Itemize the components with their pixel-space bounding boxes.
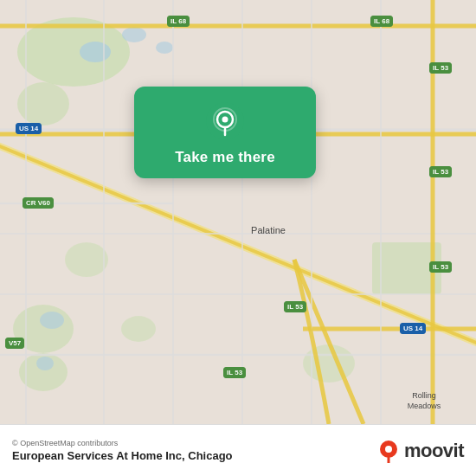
road-badge-il53-mid: IL 53 <box>429 166 452 177</box>
svg-point-12 <box>40 312 64 329</box>
road-badge-il53-bottom: IL 53 <box>223 367 246 378</box>
road-badge-us14-right: US 14 <box>400 323 426 334</box>
map-place-label: Palatine <box>251 225 286 235</box>
road-badge-us14-left: US 14 <box>16 123 42 134</box>
road-badge-il53-inner: IL 53 <box>284 301 306 312</box>
road-badge-il53-lower: IL 53 <box>429 261 452 273</box>
svg-text:Meadows: Meadows <box>408 402 441 410</box>
moovit-pin-icon <box>376 439 401 463</box>
road-badge-il68-right: IL 68 <box>370 16 393 27</box>
road-badge-il68-left: IL 68 <box>167 16 190 27</box>
take-me-there-button[interactable]: Take me there <box>175 149 275 166</box>
svg-text:Rolling: Rolling <box>412 391 436 400</box>
svg-point-36 <box>222 117 228 123</box>
location-pin-icon <box>206 102 244 140</box>
map-container: Palatine Rolling Meadows IL 68 IL 68 IL … <box>0 0 476 424</box>
svg-point-11 <box>156 42 173 54</box>
svg-point-10 <box>122 27 146 42</box>
road-badge-il53-top: IL 53 <box>429 62 452 74</box>
place-name: European Services At Home Inc, Chicago <box>12 449 233 462</box>
svg-point-7 <box>121 316 156 342</box>
attribution-text: © OpenStreetMap contributors <box>12 439 233 447</box>
moovit-brand-text: moovit <box>404 440 464 462</box>
action-card: Take me there <box>134 87 316 178</box>
bottom-bar: © OpenStreetMap contributors European Se… <box>0 424 476 476</box>
svg-point-39 <box>385 446 392 453</box>
svg-point-13 <box>36 357 54 370</box>
svg-point-9 <box>80 42 111 62</box>
svg-point-6 <box>65 242 108 277</box>
road-badge-v57: V57 <box>5 338 24 349</box>
road-badge-crv60: CR V60 <box>23 197 54 209</box>
bottom-info: © OpenStreetMap contributors European Se… <box>12 439 233 462</box>
moovit-logo: moovit <box>376 439 464 463</box>
